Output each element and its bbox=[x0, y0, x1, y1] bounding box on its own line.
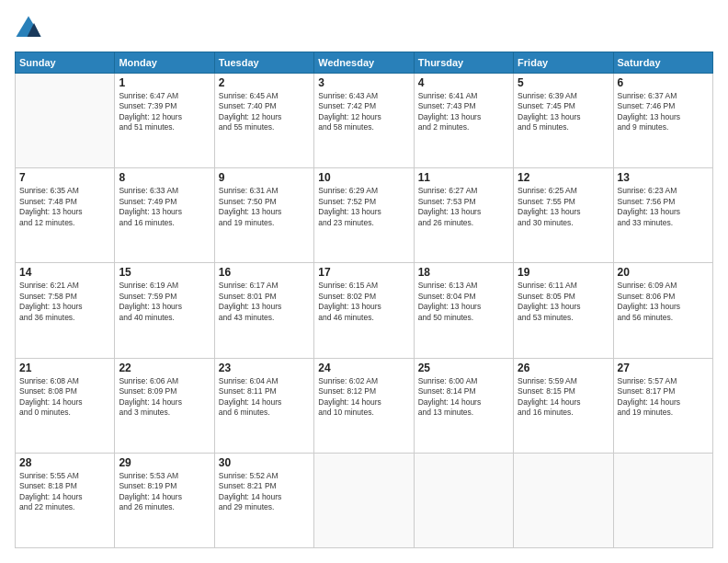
day-number: 3 bbox=[318, 76, 409, 89]
cell-details: Sunrise: 5:52 AM Sunset: 8:21 PM Dayligh… bbox=[219, 471, 310, 513]
cell-details: Sunrise: 6:17 AM Sunset: 8:01 PM Dayligh… bbox=[219, 281, 310, 323]
day-number: 30 bbox=[219, 456, 310, 469]
day-number: 26 bbox=[518, 362, 609, 374]
cell-details: Sunrise: 6:19 AM Sunset: 7:59 PM Dayligh… bbox=[119, 281, 210, 323]
cell-details: Sunrise: 5:59 AM Sunset: 8:15 PM Dayligh… bbox=[518, 376, 609, 419]
day-number: 8 bbox=[119, 171, 210, 184]
calendar-cell: 6Sunrise: 6:37 AM Sunset: 7:46 PM Daylig… bbox=[613, 74, 712, 168]
day-number: 14 bbox=[19, 266, 110, 279]
day-number: 7 bbox=[19, 171, 110, 184]
cell-details: Sunrise: 6:11 AM Sunset: 8:05 PM Dayligh… bbox=[518, 281, 609, 323]
calendar-cell: 2Sunrise: 6:45 AM Sunset: 7:40 PM Daylig… bbox=[214, 74, 313, 168]
calendar-header-row: SundayMondayTuesdayWednesdayThursdayFrid… bbox=[16, 52, 713, 74]
cell-details: Sunrise: 6:23 AM Sunset: 7:56 PM Dayligh… bbox=[618, 186, 709, 228]
calendar-cell: 20Sunrise: 6:09 AM Sunset: 8:06 PM Dayli… bbox=[613, 263, 712, 358]
calendar-cell: 30Sunrise: 5:52 AM Sunset: 8:21 PM Dayli… bbox=[214, 453, 313, 547]
day-number: 18 bbox=[418, 266, 509, 279]
logo-icon bbox=[15, 15, 42, 42]
cell-details: Sunrise: 6:33 AM Sunset: 7:49 PM Dayligh… bbox=[119, 186, 210, 228]
cell-details: Sunrise: 6:31 AM Sunset: 7:50 PM Dayligh… bbox=[219, 186, 310, 228]
cell-details: Sunrise: 6:43 AM Sunset: 7:42 PM Dayligh… bbox=[318, 91, 409, 133]
cell-details: Sunrise: 6:29 AM Sunset: 7:52 PM Dayligh… bbox=[318, 186, 409, 228]
calendar-week-row: 1Sunrise: 6:47 AM Sunset: 7:39 PM Daylig… bbox=[16, 74, 713, 168]
day-number: 13 bbox=[618, 171, 709, 184]
day-number: 11 bbox=[418, 171, 509, 184]
calendar-cell: 1Sunrise: 6:47 AM Sunset: 7:39 PM Daylig… bbox=[115, 74, 214, 168]
calendar-cell: 4Sunrise: 6:41 AM Sunset: 7:43 PM Daylig… bbox=[414, 74, 513, 168]
day-number: 29 bbox=[119, 456, 210, 469]
calendar-cell: 10Sunrise: 6:29 AM Sunset: 7:52 PM Dayli… bbox=[314, 168, 414, 263]
calendar-cell: 27Sunrise: 5:57 AM Sunset: 8:17 PM Dayli… bbox=[613, 358, 712, 453]
day-number: 10 bbox=[318, 171, 409, 184]
day-number: 23 bbox=[219, 362, 310, 374]
cell-details: Sunrise: 5:53 AM Sunset: 8:19 PM Dayligh… bbox=[119, 471, 210, 513]
calendar-cell: 29Sunrise: 5:53 AM Sunset: 8:19 PM Dayli… bbox=[115, 453, 214, 547]
calendar-cell: 16Sunrise: 6:17 AM Sunset: 8:01 PM Dayli… bbox=[214, 263, 313, 358]
cell-details: Sunrise: 6:00 AM Sunset: 8:14 PM Dayligh… bbox=[418, 376, 509, 419]
cell-details: Sunrise: 6:08 AM Sunset: 8:08 PM Dayligh… bbox=[19, 376, 110, 419]
calendar-week-row: 28Sunrise: 5:55 AM Sunset: 8:18 PM Dayli… bbox=[16, 453, 713, 547]
calendar-cell: 21Sunrise: 6:08 AM Sunset: 8:08 PM Dayli… bbox=[16, 358, 115, 453]
day-number: 25 bbox=[418, 362, 509, 374]
day-number: 2 bbox=[219, 76, 310, 89]
day-number: 4 bbox=[418, 76, 509, 89]
cell-details: Sunrise: 6:41 AM Sunset: 7:43 PM Dayligh… bbox=[418, 91, 509, 133]
calendar-cell: 23Sunrise: 6:04 AM Sunset: 8:11 PM Dayli… bbox=[214, 358, 313, 453]
day-number: 24 bbox=[318, 362, 409, 374]
calendar-cell: 19Sunrise: 6:11 AM Sunset: 8:05 PM Dayli… bbox=[514, 263, 613, 358]
day-number: 27 bbox=[618, 362, 709, 374]
cell-details: Sunrise: 6:06 AM Sunset: 8:09 PM Dayligh… bbox=[119, 376, 210, 419]
day-number: 28 bbox=[19, 456, 110, 469]
calendar-week-row: 14Sunrise: 6:21 AM Sunset: 7:58 PM Dayli… bbox=[16, 263, 713, 358]
calendar-cell: 9Sunrise: 6:31 AM Sunset: 7:50 PM Daylig… bbox=[214, 168, 313, 263]
calendar-cell: 7Sunrise: 6:35 AM Sunset: 7:48 PM Daylig… bbox=[16, 168, 115, 263]
cell-details: Sunrise: 6:45 AM Sunset: 7:40 PM Dayligh… bbox=[219, 91, 310, 133]
day-number: 15 bbox=[119, 266, 210, 279]
calendar-cell bbox=[16, 74, 115, 168]
header bbox=[15, 15, 713, 42]
calendar-cell: 17Sunrise: 6:15 AM Sunset: 8:02 PM Dayli… bbox=[314, 263, 414, 358]
cell-details: Sunrise: 6:04 AM Sunset: 8:11 PM Dayligh… bbox=[219, 376, 310, 419]
calendar-cell: 12Sunrise: 6:25 AM Sunset: 7:55 PM Dayli… bbox=[514, 168, 613, 263]
calendar-cell: 14Sunrise: 6:21 AM Sunset: 7:58 PM Dayli… bbox=[16, 263, 115, 358]
day-of-week-header: Friday bbox=[514, 52, 613, 74]
calendar-cell: 25Sunrise: 6:00 AM Sunset: 8:14 PM Dayli… bbox=[414, 358, 513, 453]
cell-details: Sunrise: 6:02 AM Sunset: 8:12 PM Dayligh… bbox=[318, 376, 409, 419]
cell-details: Sunrise: 6:21 AM Sunset: 7:58 PM Dayligh… bbox=[19, 281, 110, 323]
cell-details: Sunrise: 6:39 AM Sunset: 7:45 PM Dayligh… bbox=[518, 91, 609, 133]
calendar-week-row: 7Sunrise: 6:35 AM Sunset: 7:48 PM Daylig… bbox=[16, 168, 713, 263]
day-of-week-header: Monday bbox=[115, 52, 214, 74]
calendar-cell bbox=[613, 453, 712, 547]
day-number: 9 bbox=[219, 171, 310, 184]
logo bbox=[15, 15, 46, 42]
calendar-cell: 11Sunrise: 6:27 AM Sunset: 7:53 PM Dayli… bbox=[414, 168, 513, 263]
day-number: 20 bbox=[618, 266, 709, 279]
day-of-week-header: Wednesday bbox=[314, 52, 414, 74]
cell-details: Sunrise: 6:15 AM Sunset: 8:02 PM Dayligh… bbox=[318, 281, 409, 323]
calendar-table: SundayMondayTuesdayWednesdayThursdayFrid… bbox=[15, 52, 713, 548]
calendar-cell: 3Sunrise: 6:43 AM Sunset: 7:42 PM Daylig… bbox=[314, 74, 414, 168]
day-number: 16 bbox=[219, 266, 310, 279]
page: SundayMondayTuesdayWednesdayThursdayFrid… bbox=[0, 0, 728, 563]
day-of-week-header: Saturday bbox=[613, 52, 712, 74]
calendar-cell: 26Sunrise: 5:59 AM Sunset: 8:15 PM Dayli… bbox=[514, 358, 613, 453]
calendar-cell bbox=[314, 453, 414, 547]
day-number: 1 bbox=[119, 76, 210, 89]
cell-details: Sunrise: 6:47 AM Sunset: 7:39 PM Dayligh… bbox=[119, 91, 210, 133]
day-number: 5 bbox=[518, 76, 609, 89]
calendar-cell: 28Sunrise: 5:55 AM Sunset: 8:18 PM Dayli… bbox=[16, 453, 115, 547]
calendar-cell: 5Sunrise: 6:39 AM Sunset: 7:45 PM Daylig… bbox=[514, 74, 613, 168]
day-of-week-header: Thursday bbox=[414, 52, 513, 74]
day-number: 17 bbox=[318, 266, 409, 279]
calendar-cell bbox=[514, 453, 613, 547]
day-of-week-header: Tuesday bbox=[214, 52, 313, 74]
cell-details: Sunrise: 6:25 AM Sunset: 7:55 PM Dayligh… bbox=[518, 186, 609, 228]
calendar-cell: 24Sunrise: 6:02 AM Sunset: 8:12 PM Dayli… bbox=[314, 358, 414, 453]
day-number: 19 bbox=[518, 266, 609, 279]
calendar-cell bbox=[414, 453, 513, 547]
cell-details: Sunrise: 6:27 AM Sunset: 7:53 PM Dayligh… bbox=[418, 186, 509, 228]
calendar-cell: 8Sunrise: 6:33 AM Sunset: 7:49 PM Daylig… bbox=[115, 168, 214, 263]
cell-details: Sunrise: 5:55 AM Sunset: 8:18 PM Dayligh… bbox=[19, 471, 110, 513]
cell-details: Sunrise: 6:37 AM Sunset: 7:46 PM Dayligh… bbox=[618, 91, 709, 133]
day-number: 22 bbox=[119, 362, 210, 374]
